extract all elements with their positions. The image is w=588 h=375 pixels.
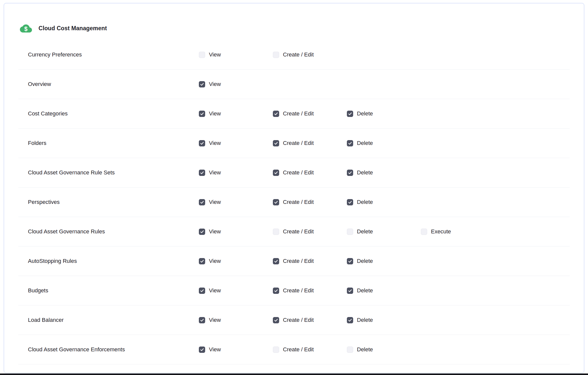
permission-label: Create / Edit bbox=[283, 228, 314, 235]
check-icon bbox=[200, 348, 204, 352]
delete-checkbox[interactable] bbox=[347, 258, 353, 264]
view-checkbox[interactable] bbox=[199, 258, 205, 264]
create-edit-checkbox[interactable] bbox=[273, 317, 279, 323]
create-edit-checkbox[interactable] bbox=[273, 258, 279, 264]
create-edit-checkbox[interactable] bbox=[273, 199, 279, 205]
permission-label: View bbox=[209, 228, 221, 235]
permission-row: Cloud Asset Governance RulesViewCreate /… bbox=[18, 217, 570, 246]
permission-row: Currency PreferencesViewCreate / Edit bbox=[18, 40, 570, 70]
permission-label: Delete bbox=[357, 258, 373, 264]
check-icon bbox=[200, 112, 204, 116]
permission-cell: Execute bbox=[421, 228, 570, 235]
permission-cell: Create / Edit bbox=[273, 51, 347, 58]
create-edit-checkbox[interactable] bbox=[273, 347, 279, 353]
check-icon bbox=[200, 82, 204, 86]
permission-label: View bbox=[209, 169, 221, 176]
resource-label: Overview bbox=[28, 81, 199, 87]
delete-checkbox[interactable] bbox=[347, 199, 353, 205]
permission-row: Load BalancerViewCreate / EditDelete bbox=[18, 305, 570, 335]
permission-label: Delete bbox=[357, 346, 373, 353]
permission-cell: View bbox=[199, 51, 273, 58]
permission-cell: View bbox=[199, 258, 273, 264]
permission-cell: Delete bbox=[347, 110, 421, 117]
create-edit-checkbox[interactable] bbox=[273, 52, 279, 58]
check-icon bbox=[200, 200, 204, 204]
view-checkbox[interactable] bbox=[199, 199, 205, 205]
delete-checkbox[interactable] bbox=[347, 229, 353, 235]
permission-cell: View bbox=[199, 228, 273, 235]
check-icon bbox=[274, 112, 278, 116]
create-edit-checkbox[interactable] bbox=[273, 140, 279, 146]
permission-row: FoldersViewCreate / EditDelete bbox=[18, 129, 570, 158]
check-icon bbox=[200, 141, 204, 145]
page-title: Cloud Cost Management bbox=[39, 25, 107, 32]
permission-label: Create / Edit bbox=[283, 199, 314, 205]
permission-label: View bbox=[209, 51, 221, 58]
view-checkbox[interactable] bbox=[199, 288, 205, 294]
permission-label: View bbox=[209, 140, 221, 146]
view-checkbox[interactable] bbox=[199, 111, 205, 117]
permission-cell: Create / Edit bbox=[273, 140, 347, 146]
permission-cell: Create / Edit bbox=[273, 199, 347, 205]
permission-label: Delete bbox=[357, 287, 373, 294]
create-edit-checkbox[interactable] bbox=[273, 170, 279, 176]
delete-checkbox[interactable] bbox=[347, 170, 353, 176]
permission-label: Delete bbox=[357, 199, 373, 205]
permission-label: View bbox=[209, 287, 221, 294]
permission-cell: Delete bbox=[347, 169, 421, 176]
view-checkbox[interactable] bbox=[199, 81, 205, 87]
permission-label: Delete bbox=[357, 110, 373, 117]
permission-cell: Create / Edit bbox=[273, 169, 347, 176]
check-icon bbox=[274, 318, 278, 322]
view-checkbox[interactable] bbox=[199, 229, 205, 235]
permission-label: Delete bbox=[357, 140, 373, 146]
permission-label: Create / Edit bbox=[283, 258, 314, 264]
permission-label: Create / Edit bbox=[283, 317, 314, 323]
permission-cell: View bbox=[199, 81, 273, 87]
check-icon bbox=[200, 259, 204, 263]
permission-label: Delete bbox=[357, 228, 373, 235]
create-edit-checkbox[interactable] bbox=[273, 288, 279, 294]
permission-cell: Delete bbox=[347, 346, 421, 353]
view-checkbox[interactable] bbox=[199, 317, 205, 323]
delete-checkbox[interactable] bbox=[347, 347, 353, 353]
view-checkbox[interactable] bbox=[199, 170, 205, 176]
permission-cell: Delete bbox=[347, 228, 421, 235]
permission-label: Create / Edit bbox=[283, 140, 314, 146]
check-icon bbox=[200, 230, 204, 234]
create-edit-checkbox[interactable] bbox=[273, 229, 279, 235]
resource-label: Cost Categories bbox=[28, 110, 199, 117]
check-icon bbox=[348, 112, 352, 116]
permission-cell: Create / Edit bbox=[273, 287, 347, 294]
permission-cell: View bbox=[199, 317, 273, 323]
resource-label: AutoStopping Rules bbox=[28, 258, 199, 264]
permission-row: Cost CategoriesViewCreate / EditDelete bbox=[18, 99, 570, 129]
card-header: $ Cloud Cost Management bbox=[18, 3, 570, 40]
execute-checkbox[interactable] bbox=[421, 229, 427, 235]
view-checkbox[interactable] bbox=[199, 347, 205, 353]
permission-label: View bbox=[209, 199, 221, 205]
dollar-glyph: $ bbox=[24, 26, 28, 32]
delete-checkbox[interactable] bbox=[347, 140, 353, 146]
check-icon bbox=[274, 289, 278, 293]
delete-checkbox[interactable] bbox=[347, 288, 353, 294]
delete-checkbox[interactable] bbox=[347, 317, 353, 323]
check-icon bbox=[274, 141, 278, 145]
permission-label: Create / Edit bbox=[283, 110, 314, 117]
resource-label: Load Balancer bbox=[28, 317, 199, 323]
view-checkbox[interactable] bbox=[199, 140, 205, 146]
permission-row: BudgetsViewCreate / EditDelete bbox=[18, 276, 570, 305]
check-icon bbox=[200, 171, 204, 175]
check-icon bbox=[348, 141, 352, 145]
resource-label: Cloud Asset Governance Rules bbox=[28, 228, 199, 235]
delete-checkbox[interactable] bbox=[347, 111, 353, 117]
check-icon bbox=[200, 289, 204, 293]
permission-cell: View bbox=[199, 346, 273, 353]
permission-row: Cloud Asset Governance EnforcementsViewC… bbox=[18, 335, 570, 364]
permission-cell: Delete bbox=[347, 199, 421, 205]
create-edit-checkbox[interactable] bbox=[273, 111, 279, 117]
permission-cell: Create / Edit bbox=[273, 317, 347, 323]
permission-label: View bbox=[209, 81, 221, 87]
view-checkbox[interactable] bbox=[199, 52, 205, 58]
ccm-permissions-card: $ Cloud Cost Management Currency Prefere… bbox=[4, 3, 584, 373]
